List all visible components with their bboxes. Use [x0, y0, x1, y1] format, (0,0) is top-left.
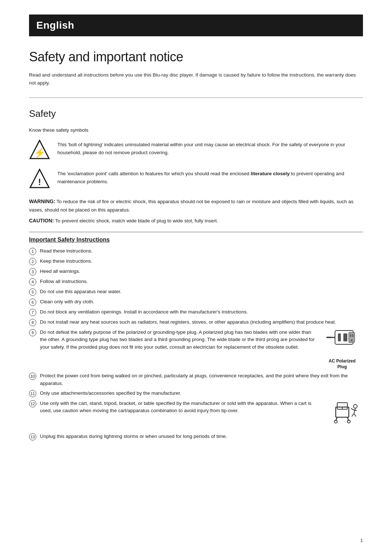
item-number: 1 — [29, 248, 36, 255]
important-safety-title: Important Safety Instructions — [29, 237, 363, 243]
svg-rect-6 — [343, 333, 347, 341]
page: English Safety and important notice Read… — [0, 0, 392, 554]
safety-section-title: Safety — [29, 108, 363, 119]
svg-line-22 — [351, 409, 354, 410]
exclamation-symbol-block: ! The 'exclamation point' calls attentio… — [29, 168, 363, 189]
language-title: English — [36, 20, 356, 31]
item-text: Do not use this apparatus near water. — [40, 288, 363, 295]
page-number: 1 — [360, 538, 363, 543]
svg-text:⚡: ⚡ — [34, 147, 46, 159]
list-item: 1 Read these instructions. — [29, 247, 363, 255]
item-number: 8 — [29, 319, 36, 326]
svg-line-25 — [354, 414, 356, 416]
svg-line-21 — [354, 408, 355, 414]
item-text: Keep these instructions. — [40, 258, 363, 265]
lightning-bolt-icon: ⚡ — [29, 139, 50, 160]
list-item: 3 Heed all warnings. — [29, 268, 363, 275]
item-text: Only use attachments/accessories specifi… — [40, 390, 363, 397]
warning-text: WARNING: To reduce the risk of fire or e… — [29, 197, 363, 214]
lightning-symbol-block: ⚡ This 'bolt of lightning' indicates uni… — [29, 139, 363, 160]
instructions-list: 1 Read these instructions. 2 Keep these … — [29, 247, 363, 440]
section-divider — [29, 98, 363, 98]
list-item-12: 12 Use only with the cart, stand, tripod… — [29, 400, 363, 430]
lightning-symbol-text: This 'bolt of lightning' indicates unins… — [57, 139, 363, 156]
list-item: 4 Follow all instructions. — [29, 278, 363, 286]
item12-content: Use only with the cart, stand, tripod, b… — [40, 400, 363, 430]
svg-text:!: ! — [38, 177, 41, 187]
svg-point-12 — [351, 339, 353, 341]
list-item: 7 Do not block any ventilation openings.… — [29, 308, 363, 316]
cart-tipover-image — [330, 400, 363, 430]
item-number: 12 — [29, 400, 36, 407]
item-number: 13 — [29, 433, 36, 440]
item-number: 7 — [29, 309, 36, 316]
item-number: 6 — [29, 299, 36, 306]
svg-rect-11 — [352, 334, 354, 337]
item12-text: Use only with the cart, stand, tripod, b… — [40, 400, 324, 415]
item-text: Follow all instructions. — [40, 278, 363, 285]
list-item: 5 Do not use this apparatus near water. — [29, 288, 363, 296]
language-header: English — [29, 15, 363, 36]
svg-line-24 — [352, 414, 354, 416]
intro-paragraph: Read and understand all instructions bef… — [29, 71, 363, 87]
item9-content: Do not defeat the safety purpose of the … — [40, 329, 363, 370]
svg-rect-10 — [350, 334, 351, 337]
item-number: 10 — [29, 373, 36, 380]
main-title: Safety and important notice — [29, 49, 363, 65]
list-item: 8 Do not install near any heat sources s… — [29, 319, 363, 326]
item-text: Heed all warnings. — [40, 268, 363, 275]
symbols-label: Know these safety symbols — [29, 127, 363, 133]
list-item: 11 Only use attachments/accessories spec… — [29, 390, 363, 397]
svg-point-20 — [354, 405, 357, 408]
item-text: Read these instructions. — [40, 247, 363, 255]
exclamation-icon: ! — [29, 168, 50, 189]
item-number: 2 — [29, 258, 36, 265]
item-number: 5 — [29, 288, 36, 296]
item-number: 3 — [29, 268, 36, 275]
item-text: Do not block any ventilation openings. I… — [40, 308, 363, 316]
exclamation-symbol-text: The 'exclamation point' calls attention … — [57, 168, 363, 185]
list-item: 2 Keep these instructions. — [29, 258, 363, 265]
list-item-9: 9 Do not defeat the safety purpose of th… — [29, 329, 363, 370]
ac-plug-label: AC Polarized Plug — [321, 358, 363, 370]
list-item: 13 Unplug this apparatus during lightnin… — [29, 433, 363, 440]
item-text: Do not install near any heat sources suc… — [40, 319, 363, 326]
subsection-divider — [29, 232, 363, 232]
ac-polarized-plug-image: AC Polarized Plug — [321, 329, 363, 370]
item-number: 4 — [29, 278, 36, 286]
caution-text: CAUTION: To prevent electric shock, matc… — [29, 217, 363, 225]
svg-rect-5 — [338, 333, 341, 341]
list-item: 10 Protect the power cord from being wal… — [29, 372, 363, 387]
item-number: 9 — [29, 329, 36, 336]
item-text: Clean only with dry cloth. — [40, 298, 363, 305]
item-text: Protect the power cord from being walked… — [40, 372, 363, 387]
list-item: 6 Clean only with dry cloth. — [29, 298, 363, 306]
item-number: 11 — [29, 390, 36, 397]
item9-text: Do not defeat the safety purpose of the … — [40, 329, 318, 351]
item-text: Unplug this apparatus during lightning s… — [40, 433, 363, 440]
